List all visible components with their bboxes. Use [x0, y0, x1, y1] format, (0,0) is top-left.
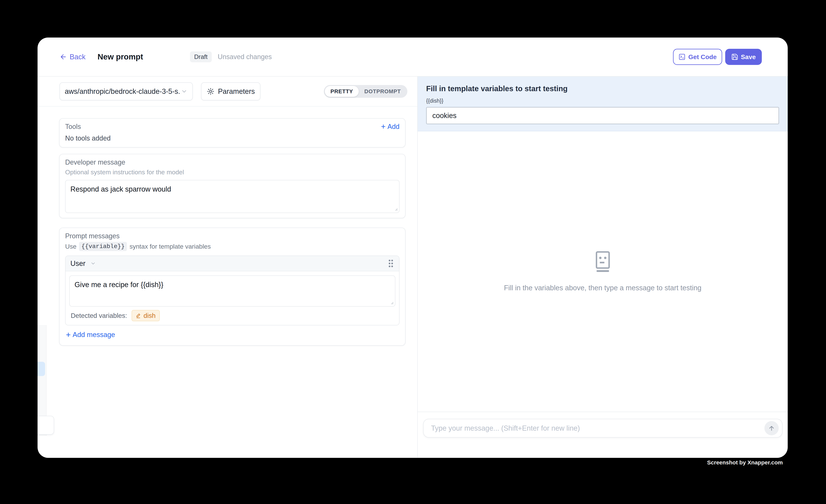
back-arrow-icon — [60, 53, 67, 61]
message-role-row: User — [65, 256, 399, 271]
tools-card: Tools + Add No tools added — [59, 118, 406, 147]
chat-empty-text: Fill in the variables above, then type a… — [504, 284, 702, 292]
chat-empty-state: Fill in the variables above, then type a… — [418, 131, 788, 412]
chat-footer — [418, 412, 788, 457]
save-button[interactable]: Save — [725, 49, 762, 65]
header: Back New prompt Draft Unsaved changes Ge… — [38, 38, 788, 76]
view-toggle-pretty[interactable]: PRETTY — [325, 86, 359, 97]
tools-empty-text: No tools added — [65, 134, 400, 142]
app-window: Back New prompt Draft Unsaved changes Ge… — [38, 38, 788, 458]
variable-syntax-chip: {{variable}} — [79, 242, 127, 251]
sidebar-sliver-active-item — [38, 362, 45, 376]
sidebar-sliver-popover — [38, 416, 54, 435]
parameters-button[interactable]: Parameters — [201, 82, 260, 101]
main-split: aws/anthropic/bedrock-claude-3-5-s... Pa… — [38, 76, 788, 457]
add-message-label: Add message — [73, 331, 115, 339]
detected-variables-row: Detected variables: dish — [69, 310, 395, 321]
send-arrow-icon — [768, 425, 775, 432]
prompt-messages-title: Prompt messages — [65, 232, 400, 240]
developer-message-textarea[interactable]: Respond as jack sparrow would — [65, 180, 400, 213]
get-code-label: Get Code — [688, 53, 717, 61]
send-button[interactable] — [764, 421, 779, 435]
page-title: New prompt — [98, 52, 143, 61]
variable-chip-label: dish — [143, 312, 156, 319]
helper-prefix: Use — [65, 243, 76, 250]
model-select-value: aws/anthropic/bedrock-claude-3-5-s... — [65, 87, 181, 96]
model-toolbar: aws/anthropic/bedrock-claude-3-5-s... Pa… — [38, 76, 417, 107]
get-code-button[interactable]: Get Code — [673, 49, 722, 65]
add-tool-label: Add — [388, 123, 400, 131]
tools-title: Tools — [65, 123, 81, 131]
view-toggle-dotprompt[interactable]: DOTPROMPT — [359, 86, 406, 97]
plus-icon: + — [66, 331, 71, 339]
developer-message-card: Developer message Optional system instru… — [59, 154, 406, 218]
chat-message-input[interactable] — [431, 424, 764, 432]
pencil-icon — [136, 313, 141, 318]
save-icon — [731, 53, 738, 60]
watermark: Screenshot by Xnapper.com — [707, 459, 783, 466]
status-badge: Draft — [190, 51, 212, 62]
robot-icon — [594, 251, 611, 272]
detected-variables-label: Detected variables: — [71, 312, 127, 319]
chevron-down-icon — [90, 261, 96, 266]
variable-chip-dish[interactable]: dish — [132, 310, 160, 321]
template-variables-panel: Fill in template variables to start test… — [418, 76, 788, 131]
message-role-value: User — [70, 259, 85, 267]
dish-variable-input[interactable] — [426, 107, 779, 124]
view-mode-toggle: PRETTY DOTPROMPT — [324, 85, 407, 98]
message-body: Give me a recipe for {{dish}} Detected v… — [65, 271, 399, 325]
model-select[interactable]: aws/anthropic/bedrock-claude-3-5-s... — [60, 82, 193, 101]
back-label: Back — [70, 53, 85, 61]
unsaved-changes-label: Unsaved changes — [218, 53, 272, 61]
dish-variable-label: {{dish}} — [426, 98, 779, 104]
back-button[interactable]: Back — [60, 53, 85, 61]
drag-handle-icon[interactable] — [388, 259, 394, 268]
chat-input-box — [423, 419, 782, 438]
plus-icon: + — [381, 123, 386, 131]
editor-content: Tools + Add No tools added Developer mes… — [38, 107, 417, 345]
add-message-button[interactable]: + Add message — [65, 331, 400, 339]
message-role-select[interactable]: User — [70, 259, 96, 267]
helper-suffix: syntax for template variables — [129, 243, 211, 250]
add-tool-button[interactable]: + Add — [381, 123, 400, 131]
prompt-messages-card: Prompt messages Use {{variable}} syntax … — [59, 228, 406, 345]
message-textarea[interactable]: Give me a recipe for {{dish}} — [69, 275, 395, 307]
editor-panel: aws/anthropic/bedrock-claude-3-5-s... Pa… — [38, 76, 417, 457]
parameters-label: Parameters — [218, 87, 255, 96]
prompt-messages-helper: Use {{variable}} syntax for template var… — [65, 242, 400, 251]
developer-message-title: Developer message — [65, 159, 400, 166]
template-variables-title: Fill in template variables to start test… — [426, 84, 779, 93]
save-label: Save — [741, 53, 756, 61]
terminal-icon — [678, 53, 686, 60]
gear-icon — [207, 87, 215, 95]
developer-message-subtitle: Optional system instructions for the mod… — [65, 169, 400, 176]
chevron-down-icon — [181, 88, 187, 95]
message-block: User Give me a recipe for {{dish}} — [65, 256, 400, 325]
test-panel: Fill in template variables to start test… — [417, 76, 788, 457]
